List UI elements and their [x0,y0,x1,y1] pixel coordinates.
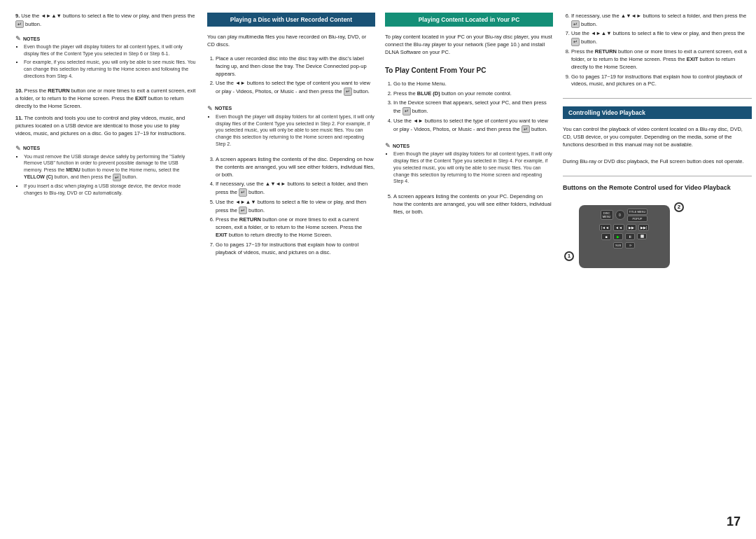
step11-num: 11. [15,115,22,121]
col3-notes: ✎ NOTES Even though the player will disp… [385,142,553,186]
column-1: 9. Use the ◄►▲▼ buttons to select a file… [15,13,197,526]
col4-step7: Use the ◄►▲▼ buttons to select a file to… [571,30,752,46]
remote-row-1: DISCMENU 0 TITLE MENU POPUP [601,209,648,222]
col2-step1: Place a user recorded disc into the disc… [216,55,375,78]
col4-step6: If necessary, use the ▲▼◄► buttons to se… [571,13,752,28]
col2-step2: Use the ◄► buttons to select the type of… [216,80,375,95]
col3-step5: A screen appears listing the contents on… [393,193,553,216]
col4-steps: If necessary, use the ▲▼◄► buttons to se… [563,13,752,90]
col3-step3-btn: ↵ [402,107,411,115]
col2-step7: Go to pages 17~19 for instructions that … [216,241,375,257]
col2-steps-cont: A screen appears listing the contents of… [207,156,375,259]
notes1-list: Even though the player will display fold… [15,43,197,79]
col2-header: Playing a Disc with User Recorded Conten… [207,13,375,27]
col4-step6-btn: ↵ [571,20,580,28]
col3-intro1: To play content located in your PC on yo… [385,34,553,57]
col2-step6: Press the RETURN button one or more time… [216,216,375,239]
step9-num: 9. [15,13,20,19]
col2-step6-text: Press the RETURN button one or more time… [216,216,362,238]
col3-notes-list: Even though the player will display fold… [385,150,553,185]
col1-step9: 9. Use the ◄►▲▼ buttons to select a file… [15,13,197,28]
play-btn: ▶ [613,233,623,240]
stop-btn: ■ [601,233,611,240]
col1-notes1: ✎ NOTES Even though the player will disp… [15,35,197,80]
zero-btn: 0 [615,210,625,220]
col2-step4: If necessary, use the ▲▼◄► buttons to se… [216,181,375,196]
col2-steps: Place a user recorded disc into the disc… [207,55,375,98]
notes2-title: ✎ NOTES [15,145,197,152]
col4-step9: Go to pages 17~19 for instructions that … [571,74,752,89]
notes1-item2: For example, if you selected music, you … [24,59,197,79]
step10-text: Press the RETURN button one or more time… [15,88,195,109]
col2-notes-title: ✎ NOTES [207,105,375,112]
col2-notes: ✎ NOTES Even though the player will disp… [207,105,375,149]
col2-notes-list: Even though the player will display fold… [207,113,375,148]
step11-text: The controls and tools you use to contro… [15,115,186,136]
callout-1-badge: 1 [564,251,574,261]
page-number: 17 [727,514,741,529]
pause-btn: ⏸ [625,233,635,240]
col3-step2: Press the BLUE (D) button on your remote… [393,90,553,98]
rew-btn: ◄◄ [613,224,624,231]
remote-row-4: SUB ⟳ [613,242,635,248]
col2-step2-btn: ↵ [344,88,352,95]
ff-btn: ▶▶ [626,224,636,231]
step9-end: button. [25,21,41,27]
notes1-title: ✎ NOTES [15,35,197,42]
col2-step4-btn: ↵ [239,188,247,196]
popup-btn: POPUP [627,216,648,222]
col3-steps-cont: A screen appears listing the contents on… [385,193,553,218]
step9-btn: ↵ [15,20,24,28]
notes-icon-col2: ✎ [207,105,213,112]
col3-notes-item1: Even though the player will display fold… [393,150,553,185]
notes2-item2: If you insert a disc when playing a USB … [24,183,197,197]
column-3: Playing Content Located in Your PC To pl… [385,13,553,526]
col4-step7-btn: ↵ [571,38,580,46]
notes1-item1: Even though the player will display fold… [24,43,197,57]
remote-row-3: ■ ▶ ⏸ ⬜ [601,233,647,240]
col3-header1: Playing Content Located in Your PC [385,13,553,27]
col3-step4-btn: ↵ [522,125,530,133]
col3-step3: In the Device screen that appears, selec… [393,99,553,115]
col4-intro-video: You can control the playback of video co… [563,126,752,149]
notes-icon-2: ✎ [15,145,21,152]
col1-step11: 11. The controls and tools you use to co… [15,115,197,138]
col3-steps: Go to the Home Menu. Press the BLUE (D) … [385,80,553,136]
remote-control: DISCMENU 0 TITLE MENU POPUP |◄◄ ◄◄ ▶▶ ▶▶… [579,205,670,268]
page-container: 9. Use the ◄►▲▼ buttons to select a file… [0,0,756,539]
col1-notes2: ✎ NOTES You must remove the USB storage … [15,145,197,198]
col3-notes-title: ✎ NOTES [385,142,553,149]
column-4: If necessary, use the ▲▼◄► buttons to se… [563,13,752,526]
notes2-btn: ↵ [113,174,121,181]
fullscreen-btn: ⬜ [637,233,647,239]
disc-menu-btn: DISCMENU [601,210,613,220]
repeat-btn: ⟳ [625,242,635,248]
column-2: Playing a Disc with User Recorded Conten… [207,13,375,526]
col2-step5-btn: ↵ [239,206,247,214]
col3-step4: Use the ◄► buttons to select the type of… [393,118,553,133]
col2-notes-item1: Even though the player will display fold… [216,113,375,148]
col2-step3: A screen appears listing the contents of… [216,156,375,179]
remote-diagram-wrapper: 2 1 DISCMENU 0 TITLE MENU POPUP |◄◄ ◄◄ [563,201,685,268]
col4-header-video: Controlling Video Playback [563,106,752,119]
col4-step8: Press the RETURN button one or more time… [571,48,752,71]
col4-note-video: During Blu-ray or DVD disc playback, the… [563,158,752,166]
col2-step5: Use the ◄►▲▼ buttons to select a file to… [216,199,375,214]
divider-2 [563,176,752,176]
prev-btn: |◄◄ [599,224,611,231]
callout-2-badge: 2 [674,202,684,212]
col3-step1: Go to the Home Menu. [393,80,553,88]
title-menu-btn: TITLE MENU [627,209,648,215]
sub-btn: SUB [613,242,623,248]
step9-text: Use the ◄►▲▼ buttons to select a file to… [21,13,195,19]
next-btn: ▶▶| [638,224,649,231]
notes-icon-col3: ✎ [385,142,391,149]
step10-num: 10. [15,88,22,94]
notes-icon-1: ✎ [15,35,21,42]
notes2-item1: You must remove the USB storage device s… [24,153,197,181]
col1-step10: 10. Press the RETURN button one or more … [15,88,197,111]
col2-intro: You can play multimedia files you have r… [207,34,375,49]
remote-row-2: |◄◄ ◄◄ ▶▶ ▶▶| [599,224,649,231]
col3-sub1: To Play Content From Your PC [385,66,553,74]
notes2-list: You must remove the USB storage device s… [15,153,197,197]
